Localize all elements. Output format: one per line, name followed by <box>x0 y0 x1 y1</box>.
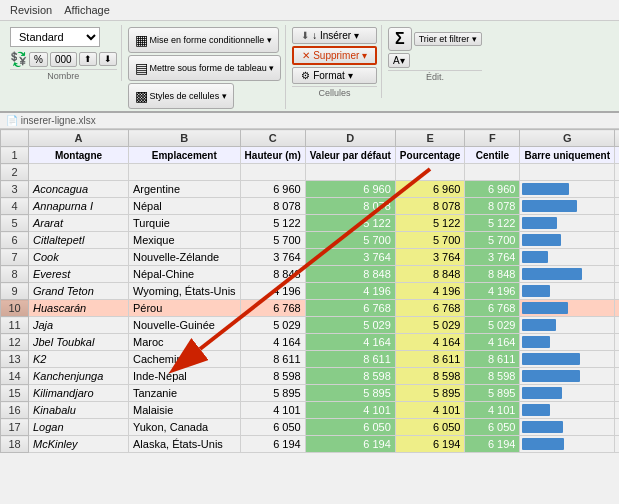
data-cell[interactable]: 8 078 <box>465 198 520 215</box>
data-cell[interactable]: 8 078 <box>615 198 619 215</box>
data-cell[interactable]: 8 611 <box>615 351 619 368</box>
data-cell[interactable]: 5 895 <box>395 385 465 402</box>
data-cell[interactable]: Emplacement <box>129 147 241 164</box>
data-cell[interactable]: 8 598 <box>240 368 305 385</box>
data-cell[interactable]: 5 122 <box>465 215 520 232</box>
data-cell[interactable]: 5 700 <box>240 232 305 249</box>
data-cell[interactable]: Kanchenjunga <box>29 368 129 385</box>
data-cell[interactable] <box>465 164 520 181</box>
data-cell[interactable]: 5 700 <box>465 232 520 249</box>
sort-filter-btn[interactable]: Trier et filtrer ▾ <box>414 32 482 46</box>
data-cell[interactable]: 5 895 <box>615 385 619 402</box>
format-dropdown[interactable]: Standard <box>10 27 100 47</box>
data-cell[interactable]: 6 050 <box>395 419 465 436</box>
conditional-format-btn[interactable]: ▦ Mise en forme conditionnelle ▾ <box>128 27 279 53</box>
data-cell[interactable]: 5 029 <box>395 317 465 334</box>
data-cell[interactable]: Kinabalu <box>29 402 129 419</box>
data-cell[interactable]: 3 764 <box>465 249 520 266</box>
data-cell[interactable] <box>129 164 241 181</box>
data-cell[interactable]: 4 196 <box>395 283 465 300</box>
data-cell[interactable]: Citlaltepetl <box>29 232 129 249</box>
data-cell[interactable]: K2 <box>29 351 129 368</box>
data-cell[interactable]: 5 029 <box>305 317 395 334</box>
data-cell[interactable]: 6 768 <box>305 300 395 317</box>
data-cell[interactable]: 4 164 <box>395 334 465 351</box>
data-cell[interactable]: Alaska, États-Unis <box>129 436 241 453</box>
data-cell[interactable]: 4 101 <box>465 402 520 419</box>
insert-btn[interactable]: ⬇ ↓ Insérer ▾ <box>292 27 377 44</box>
data-cell[interactable]: Yukon, Canada <box>129 419 241 436</box>
data-cell[interactable]: Kilimandjaro <box>29 385 129 402</box>
data-cell[interactable]: 4 196 <box>465 283 520 300</box>
data-cell[interactable]: 8 611 <box>240 351 305 368</box>
data-cell[interactable] <box>520 232 615 249</box>
data-cell[interactable]: 5 700 <box>305 232 395 249</box>
data-cell[interactable]: Aconcagua <box>29 181 129 198</box>
data-cell[interactable]: 4 196 <box>240 283 305 300</box>
col-header-d[interactable]: D <box>305 130 395 147</box>
data-cell[interactable]: Graphique sur dé... <box>615 147 619 164</box>
data-cell[interactable]: 6 050 <box>465 419 520 436</box>
spreadsheet-wrapper[interactable]: A B C D E F G H 1MontagneEmplacementHaut… <box>0 129 619 453</box>
az-sort-btn[interactable]: A▾ <box>388 53 410 68</box>
data-cell[interactable]: 8 598 <box>395 368 465 385</box>
data-cell[interactable]: 4 164 <box>465 334 520 351</box>
data-cell[interactable]: Huascarán <box>29 300 129 317</box>
data-cell[interactable]: 8 078 <box>240 198 305 215</box>
data-cell[interactable]: Cook <box>29 249 129 266</box>
data-cell[interactable] <box>520 419 615 436</box>
data-cell[interactable]: 5 895 <box>240 385 305 402</box>
data-cell[interactable] <box>520 351 615 368</box>
data-cell[interactable]: 8 598 <box>305 368 395 385</box>
data-cell[interactable]: 5 029 <box>465 317 520 334</box>
data-cell[interactable]: 8 848 <box>465 266 520 283</box>
data-cell[interactable] <box>520 368 615 385</box>
data-cell[interactable]: Tanzanie <box>129 385 241 402</box>
data-cell[interactable]: 8 611 <box>465 351 520 368</box>
data-cell[interactable]: 8 611 <box>305 351 395 368</box>
data-cell[interactable]: 5 122 <box>615 215 619 232</box>
data-cell[interactable]: 3 764 <box>240 249 305 266</box>
data-cell[interactable]: 8 598 <box>465 368 520 385</box>
data-cell[interactable]: 5 029 <box>615 317 619 334</box>
cell-styles-btn[interactable]: ▩ Styles de cellules ▾ <box>128 83 234 109</box>
data-cell[interactable] <box>520 402 615 419</box>
data-cell[interactable]: Cachemire <box>129 351 241 368</box>
data-cell[interactable]: Hauteur (m) <box>240 147 305 164</box>
data-cell[interactable] <box>520 317 615 334</box>
decrease-decimal-btn[interactable]: ⬇ <box>99 52 117 66</box>
data-cell[interactable]: 6 768 <box>615 300 619 317</box>
data-cell[interactable] <box>520 300 615 317</box>
data-cell[interactable]: 8 598 <box>615 368 619 385</box>
data-cell[interactable]: 5 895 <box>465 385 520 402</box>
data-cell[interactable] <box>520 198 615 215</box>
data-cell[interactable]: 5 700 <box>615 232 619 249</box>
data-cell[interactable] <box>615 164 619 181</box>
format-cells-btn[interactable]: ⚙ Format ▾ <box>292 67 377 84</box>
data-cell[interactable]: 6 768 <box>395 300 465 317</box>
data-cell[interactable]: 4 164 <box>240 334 305 351</box>
data-cell[interactable]: 6 960 <box>465 181 520 198</box>
data-cell[interactable]: 4 164 <box>615 334 619 351</box>
data-cell[interactable]: Maroc <box>129 334 241 351</box>
data-cell[interactable]: 3 764 <box>395 249 465 266</box>
col-header-g[interactable]: G <box>520 130 615 147</box>
data-cell[interactable]: 4 196 <box>615 283 619 300</box>
data-cell[interactable]: 5 122 <box>395 215 465 232</box>
data-cell[interactable]: Logan <box>29 419 129 436</box>
data-cell[interactable] <box>29 164 129 181</box>
data-cell[interactable]: Ararat <box>29 215 129 232</box>
data-cell[interactable]: 4 164 <box>305 334 395 351</box>
data-cell[interactable] <box>520 181 615 198</box>
data-cell[interactable]: 6 194 <box>395 436 465 453</box>
data-cell[interactable]: Centile <box>465 147 520 164</box>
data-cell[interactable]: 6 194 <box>465 436 520 453</box>
data-cell[interactable]: 8 848 <box>395 266 465 283</box>
data-cell[interactable] <box>520 436 615 453</box>
data-cell[interactable]: Pourcentage <box>395 147 465 164</box>
data-cell[interactable]: 6 050 <box>305 419 395 436</box>
data-cell[interactable]: Montagne <box>29 147 129 164</box>
data-cell[interactable]: 4 101 <box>305 402 395 419</box>
data-cell[interactable]: Wyoming, États-Unis <box>129 283 241 300</box>
data-cell[interactable] <box>520 249 615 266</box>
